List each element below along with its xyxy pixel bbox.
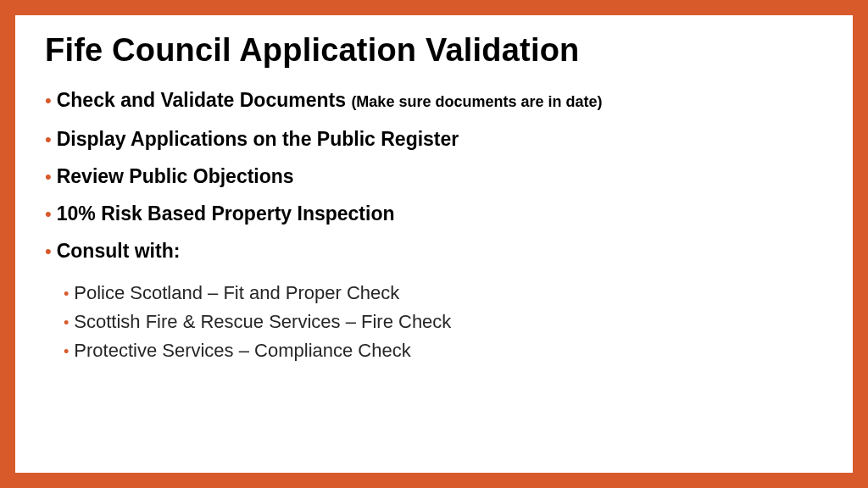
slide-content: Fife Council Application Validation • Ch… [15, 15, 853, 473]
list-item-text: Check and Validate Documents (Make sure … [57, 87, 603, 114]
bullet-icon: • [64, 340, 69, 363]
page-title: Fife Council Application Validation [45, 32, 823, 69]
list-item-note: (Make sure documents are in date) [351, 93, 602, 110]
sub-list-item-text: Protective Services – Compliance Check [74, 338, 410, 363]
sub-list-item-text: Police Scotland – Fit and Proper Check [74, 280, 399, 306]
list-item: • 10% Risk Based Property Inspection [45, 201, 823, 226]
list-item-text: Consult with: [57, 238, 181, 263]
bullet-icon: • [45, 89, 52, 113]
list-item-text: Display Applications on the Public Regis… [57, 126, 459, 152]
sub-list-item-text: Scottish Fire & Rescue Services – Fire C… [74, 309, 451, 335]
list-item-text: 10% Risk Based Property Inspection [57, 201, 395, 226]
list-item: • Review Public Objections [45, 164, 823, 189]
sub-list-item: • Protective Services – Compliance Check [64, 338, 823, 363]
bullet-icon: • [45, 128, 52, 152]
list-item-main: Check and Validate Documents [57, 89, 352, 111]
sub-list-item: • Police Scotland – Fit and Proper Check [64, 280, 823, 306]
list-item: • Display Applications on the Public Reg… [45, 126, 823, 152]
slide-frame: Fife Council Application Validation • Ch… [0, 0, 868, 488]
list-item-text: Review Public Objections [57, 164, 294, 189]
bullet-icon: • [64, 311, 69, 335]
sub-list: • Police Scotland – Fit and Proper Check… [64, 280, 823, 363]
bullet-icon: • [45, 240, 52, 263]
main-list: • Check and Validate Documents (Make sur… [45, 87, 823, 263]
bullet-icon: • [64, 282, 69, 306]
list-item: • Consult with: [45, 238, 823, 263]
bullet-icon: • [45, 202, 52, 226]
sub-list-item: • Scottish Fire & Rescue Services – Fire… [64, 309, 823, 335]
bullet-icon: • [45, 165, 52, 189]
list-item: • Check and Validate Documents (Make sur… [45, 87, 823, 114]
